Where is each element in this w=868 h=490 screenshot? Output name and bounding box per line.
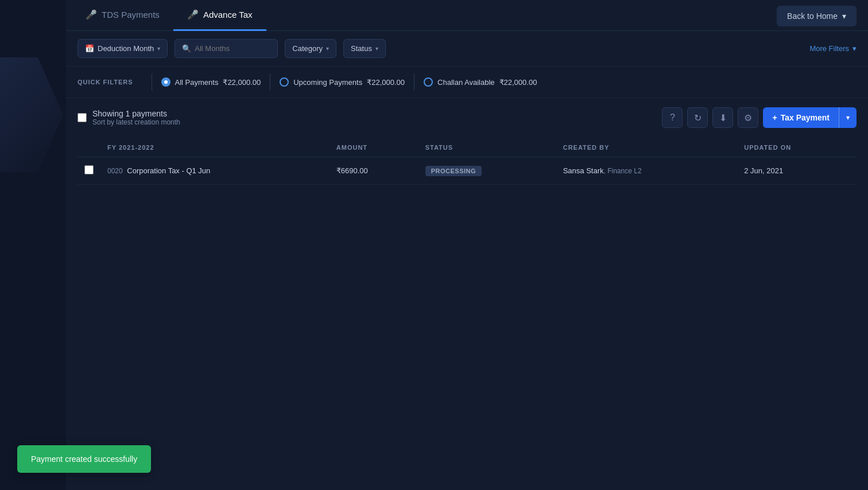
chevron-down-icon: ▾ xyxy=(842,11,846,21)
qf-challan-available[interactable]: Challan Available ₹22,000.00 xyxy=(424,77,537,87)
separator xyxy=(152,73,152,91)
tabs-bar: 🎤 TDS Payments 🎤 Advance Tax xyxy=(66,0,868,31)
payments-table: FY 2021-2022 AMOUNT STATUS CREATED BY UP… xyxy=(78,138,857,185)
quick-filters-label: QUICK FILTERS xyxy=(78,79,133,85)
qf-all-payments-amount: ₹22,000.00 xyxy=(223,78,261,87)
help-button[interactable]: ? xyxy=(662,107,683,128)
back-to-home-label: Back to Home xyxy=(787,11,838,21)
th-created-by: CREATED BY xyxy=(556,138,738,157)
separator xyxy=(270,73,270,91)
quick-filters-bar: QUICK FILTERS All Payments ₹22,000.00 Up… xyxy=(66,67,868,98)
select-all-checkbox[interactable] xyxy=(78,113,87,122)
qf-all-payments-radio xyxy=(161,77,170,87)
chevron-down-icon: ▾ xyxy=(846,114,850,122)
advance-tax-tab-icon: 🎤 xyxy=(187,9,199,20)
table-header-row: Showing 1 payments Sort by latest creati… xyxy=(78,98,857,133)
qf-challan-label: Challan Available xyxy=(437,78,495,87)
th-updated-on: UPDATED ON xyxy=(737,138,857,157)
gear-icon: ⚙ xyxy=(744,112,752,123)
qf-challan-amount: ₹22,000.00 xyxy=(499,78,537,87)
toast-message: Payment created successfully xyxy=(31,454,137,464)
help-icon: ? xyxy=(670,112,675,123)
tds-tab-icon: 🎤 xyxy=(86,9,97,20)
row-updated-on: 2 Jun, 2021 xyxy=(737,157,857,185)
chevron-down-icon: ▾ xyxy=(157,45,160,52)
row-num: 0020 xyxy=(107,167,123,175)
chevron-down-icon: ▾ xyxy=(375,45,378,52)
filter-bar: 📅 Deduction Month ▾ 🔍 Category ▾ Status … xyxy=(66,31,868,67)
table-area: Showing 1 payments Sort by latest creati… xyxy=(66,98,868,196)
qf-upcoming-payments[interactable]: Upcoming Payments ₹22,000.00 xyxy=(280,77,405,87)
search-icon: 🔍 xyxy=(182,44,191,53)
table-row: 0020 Corporation Tax - Q1 Jun ₹6690.00 P… xyxy=(78,157,857,185)
row-amount: ₹6690.00 xyxy=(330,157,418,185)
success-toast: Payment created successfully xyxy=(17,445,151,473)
deduction-month-label: Deduction Month xyxy=(98,44,154,53)
refresh-icon: ↻ xyxy=(694,112,702,123)
row-fy: 0020 Corporation Tax - Q1 Jun xyxy=(100,157,330,185)
th-status: STATUS xyxy=(418,138,556,157)
status-badge: PROCESSING xyxy=(425,166,482,176)
toolbar-right: ? ↻ ⬇ ⚙ + Tax Payment xyxy=(662,107,857,128)
calendar-icon: 📅 xyxy=(85,44,94,53)
tab-advance-tax[interactable]: 🎤 Advance Tax xyxy=(173,0,266,31)
table-header: FY 2021-2022 AMOUNT STATUS CREATED BY UP… xyxy=(78,138,857,157)
more-filters-button[interactable]: More Filters ▾ xyxy=(809,44,857,53)
download-icon: ⬇ xyxy=(719,112,727,123)
row-status: PROCESSING xyxy=(418,157,556,185)
settings-button[interactable]: ⚙ xyxy=(738,107,758,128)
row-created-by: Sansa Stark, Finance L2 xyxy=(556,157,738,185)
separator xyxy=(414,73,414,91)
chevron-down-icon: ▾ xyxy=(852,44,857,53)
plus-icon: + xyxy=(772,113,777,122)
qf-challan-radio xyxy=(424,77,433,87)
top-nav: Back to Home ▾ xyxy=(765,0,868,32)
deduction-month-filter[interactable]: 📅 Deduction Month ▾ xyxy=(78,39,168,58)
tax-payment-btn-label: Tax Payment xyxy=(781,113,830,122)
qf-upcoming-payments-radio xyxy=(280,77,289,87)
created-by-name: Sansa Stark xyxy=(563,166,604,175)
tab-advance-tax-label: Advance Tax xyxy=(203,10,253,20)
row-checkbox[interactable] xyxy=(84,165,94,174)
tax-payment-btn-caret[interactable]: ▾ xyxy=(839,107,857,128)
qf-all-payments[interactable]: All Payments ₹22,000.00 xyxy=(161,77,261,87)
more-filters-label: More Filters xyxy=(809,44,849,53)
months-search-input[interactable] xyxy=(195,44,264,53)
add-tax-payment-button[interactable]: + Tax Payment ▾ xyxy=(763,107,857,128)
main-container: 🎤 TDS Payments 🎤 Advance Tax 📅 Deduction… xyxy=(66,0,868,490)
qf-all-payments-label: All Payments xyxy=(175,78,219,87)
showing-label: Showing 1 payments xyxy=(92,109,180,118)
th-fy: FY 2021-2022 xyxy=(100,138,330,157)
back-to-home-button[interactable]: Back to Home ▾ xyxy=(777,6,857,26)
sort-label: Sort by latest creation month xyxy=(92,118,180,126)
tax-payment-btn-main: + Tax Payment xyxy=(763,107,839,128)
status-label: Status xyxy=(351,44,372,53)
tab-tds-label: TDS Payments xyxy=(102,10,160,20)
category-label: Category xyxy=(292,44,323,53)
qf-upcoming-payments-label: Upcoming Payments xyxy=(293,78,362,87)
category-filter[interactable]: Category ▾ xyxy=(285,39,336,58)
download-button[interactable]: ⬇ xyxy=(712,107,733,128)
months-search-wrap: 🔍 xyxy=(175,39,278,58)
tab-tds[interactable]: 🎤 TDS Payments xyxy=(72,0,173,31)
qf-upcoming-payments-amount: ₹22,000.00 xyxy=(367,78,405,87)
th-checkbox xyxy=(78,138,100,157)
created-by-role: , Finance L2 xyxy=(604,167,642,175)
row-name: Corporation Tax - Q1 Jun xyxy=(127,166,210,175)
row-checkbox-cell xyxy=(78,157,100,185)
status-filter[interactable]: Status ▾ xyxy=(343,39,386,58)
chevron-down-icon: ▾ xyxy=(326,45,329,52)
th-amount: AMOUNT xyxy=(330,138,418,157)
refresh-button[interactable]: ↻ xyxy=(687,107,708,128)
bg-shape-left xyxy=(0,57,63,172)
